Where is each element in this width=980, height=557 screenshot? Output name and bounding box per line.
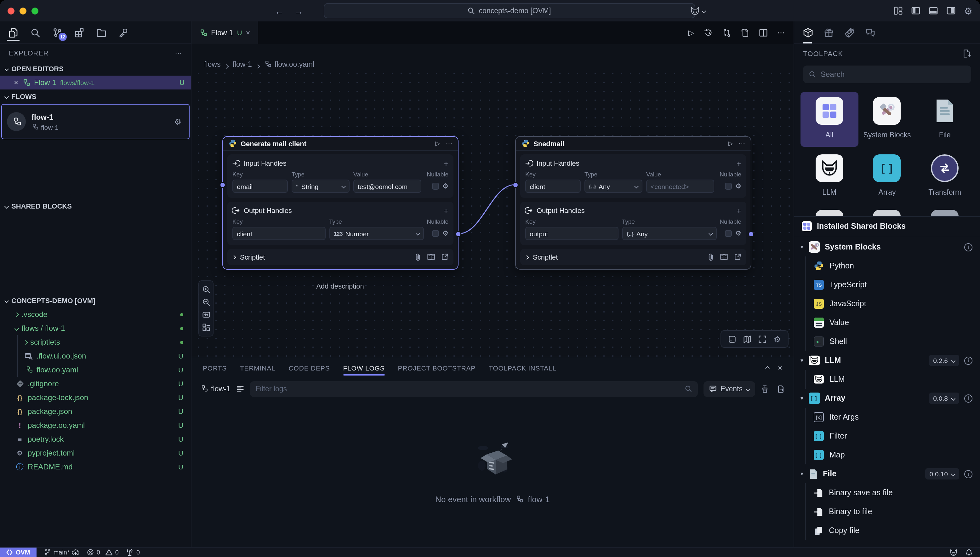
clear-logs-icon[interactable] [761, 385, 769, 393]
add-input-icon[interactable]: + [736, 158, 741, 168]
new-toolpack-icon[interactable] [962, 49, 971, 58]
group-file[interactable]: ▾ File 0.0.10 [794, 465, 980, 484]
block-filter[interactable]: [ ] Filter [806, 427, 980, 446]
tree-item-readme[interactable]: ⓘ README.mdU [0, 460, 191, 474]
tree-item-package-lock[interactable]: {} package-lock.jsonU [0, 391, 191, 404]
input-key-field[interactable]: email [232, 179, 288, 193]
log-list-icon[interactable] [236, 385, 244, 393]
rerun-icon[interactable] [704, 28, 713, 37]
node-generate-mail-client[interactable]: Generate mail client ▷ ⋯ Input Handles +… [222, 136, 458, 270]
attachment-icon[interactable] [414, 253, 421, 261]
explorer-more-icon[interactable]: ⋯ [175, 49, 182, 57]
tab-ports[interactable]: PORTS [203, 357, 227, 379]
activity-explorer-icon[interactable] [6, 24, 20, 41]
block-iter-args[interactable]: [x] Iter Args [806, 408, 980, 427]
input-value-field[interactable]: test@oomol.com [353, 179, 421, 193]
block-javascript[interactable]: JS JavaScript [806, 295, 980, 313]
block-copy-file[interactable]: Copy file [806, 521, 980, 540]
compare-runs-icon[interactable] [722, 28, 731, 37]
settings-gear-icon[interactable]: ⚙ [964, 6, 972, 15]
activity-folder-icon[interactable] [94, 24, 108, 41]
maximize-window-button[interactable] [31, 7, 38, 14]
fox-icon[interactable] [949, 549, 958, 556]
breadcrumb-flows[interactable]: flows [204, 60, 221, 68]
export-logs-icon[interactable] [777, 385, 785, 393]
category-file[interactable]: File [916, 92, 974, 147]
handle-settings-gear-icon[interactable]: ⚙ [735, 230, 741, 237]
flow-card[interactable]: flow-1 flow-1 ⚙ [1, 104, 190, 139]
tree-item-gitignore[interactable]: .gitignoreU [0, 377, 191, 391]
block-llm[interactable]: LLM [806, 370, 980, 389]
block-binary-to-file[interactable]: Binary to file [806, 503, 980, 521]
category-llm[interactable]: LLM [801, 149, 858, 204]
node-snedmail[interactable]: Snedmail ▷ ⋯ Input Handles + KeyTypeValu… [515, 136, 751, 270]
input-value-field[interactable]: <connected> [646, 179, 714, 193]
tab-flow-logs[interactable]: FLOW LOGS [343, 357, 385, 379]
input-port-dot[interactable] [220, 182, 226, 188]
fullscreen-icon[interactable] [759, 335, 767, 343]
node-more-icon[interactable]: ⋯ [739, 140, 745, 147]
docs-icon[interactable] [720, 253, 728, 261]
add-output-icon[interactable]: + [444, 206, 449, 215]
canvas-settings-gear-icon[interactable]: ⚙ [774, 335, 781, 343]
block-shell[interactable]: >_ Shell [806, 332, 980, 351]
info-icon[interactable] [964, 470, 972, 478]
tab-project-bootstrap[interactable]: PROJECT BOOTSTRAP [398, 357, 476, 379]
nullable-checkbox[interactable] [725, 230, 732, 237]
block-map[interactable]: [ ] Map [806, 446, 980, 465]
add-description-button[interactable]: Add description [316, 282, 364, 290]
auto-layout-icon[interactable] [202, 323, 210, 331]
history-forward-button[interactable]: → [294, 5, 304, 16]
open-editors-section[interactable]: OPEN EDITORS [0, 62, 191, 76]
node-more-icon[interactable]: ⋯ [446, 140, 452, 147]
toolpack-search[interactable] [803, 65, 971, 83]
input-type-select[interactable]: “ String [292, 179, 349, 193]
node-run-icon[interactable]: ▷ [436, 140, 440, 147]
tree-item-scriptlets[interactable]: scriptlets [18, 335, 191, 349]
run-flow-icon[interactable]: ▷ [688, 28, 694, 37]
output-key-field[interactable]: client [232, 227, 326, 240]
activity-source-control-icon[interactable]: 12 [50, 24, 64, 41]
editor-more-icon[interactable]: ⋯ [777, 28, 785, 37]
tree-item-flows-flow-1[interactable]: flows / flow-1 [0, 321, 191, 335]
fit-view-icon[interactable] [202, 311, 210, 319]
flow-canvas[interactable]: Generate mail client ▷ ⋯ Input Handles +… [192, 72, 793, 357]
flow-settings-gear-icon[interactable]: ⚙ [174, 117, 181, 126]
activity-search-icon[interactable] [28, 24, 42, 41]
toggle-panel-icon[interactable] [929, 6, 938, 15]
tab-toolpack-install[interactable]: TOOLPACK INSTALL [489, 357, 556, 379]
branch-indicator[interactable]: main* [44, 549, 80, 556]
activity-key-icon[interactable] [117, 24, 130, 41]
output-key-field[interactable]: output [525, 227, 619, 240]
tree-item-pyproject[interactable]: ⚙ pyproject.tomlU [0, 446, 191, 460]
panel-close-icon[interactable]: × [778, 363, 782, 372]
ports-indicator[interactable]: 0 [126, 549, 140, 556]
remote-indicator[interactable]: OVM [0, 547, 37, 557]
category-transform[interactable]: Transform [916, 149, 974, 204]
activity-blocks-icon[interactable] [72, 24, 86, 41]
add-input-icon[interactable]: + [444, 158, 449, 168]
output-port-dot[interactable] [455, 231, 461, 237]
nullable-checkbox[interactable] [432, 230, 439, 237]
info-icon[interactable] [964, 394, 972, 402]
docs-icon[interactable] [427, 253, 435, 261]
tab-rewards-icon[interactable] [824, 21, 834, 44]
toggle-panel-icon[interactable] [728, 335, 736, 343]
add-output-icon[interactable]: + [736, 206, 741, 215]
export-flow-icon[interactable] [741, 28, 749, 37]
toggle-primary-sidebar-icon[interactable] [911, 6, 920, 15]
events-filter-select[interactable]: Events [704, 381, 755, 397]
scriptlet-section[interactable]: Scriptlet [520, 249, 746, 265]
tab-flow-1[interactable]: Flow 1 U × [192, 21, 258, 44]
category-system-blocks[interactable]: System Blocks [858, 92, 916, 147]
problems-indicator[interactable]: 0 0 [87, 549, 119, 556]
tab-feedback-icon[interactable] [865, 21, 876, 44]
input-type-select[interactable]: {..} Any [585, 179, 642, 193]
version-select-file[interactable]: 0.0.10 [925, 469, 959, 480]
node-run-icon[interactable]: ▷ [728, 140, 733, 147]
assistant-menu[interactable] [690, 6, 705, 15]
split-editor-icon[interactable] [759, 28, 768, 37]
nullable-checkbox[interactable] [725, 183, 732, 190]
tree-item-vscode[interactable]: .vscode [0, 308, 191, 321]
open-editor-row[interactable]: × Flow 1 flows/flow-1 U [0, 76, 191, 90]
